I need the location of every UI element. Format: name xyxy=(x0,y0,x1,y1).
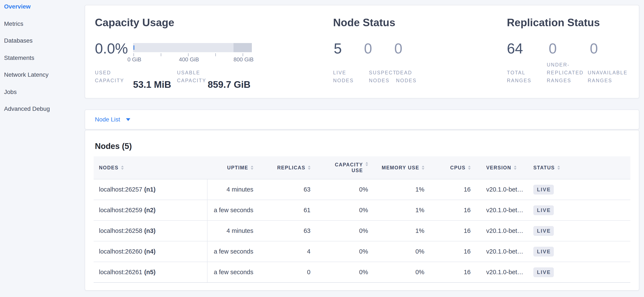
node-list-dropdown-label: Node List xyxy=(95,116,120,123)
sort-arrows-icon xyxy=(514,166,516,170)
table-row[interactable]: localhost:26261(n5) a few seconds 0 0% 0… xyxy=(94,262,630,283)
axis-tick xyxy=(188,53,188,56)
status-badge: LIVE xyxy=(533,226,554,236)
total-ranges-label: TOTALRANGES xyxy=(507,69,532,85)
status-badge: LIVE xyxy=(533,205,554,215)
sidebar-item-overview[interactable]: Overview xyxy=(4,3,31,10)
status-cell: LIVE xyxy=(532,241,630,262)
sidebar-item-network-latency[interactable]: Network Latency xyxy=(4,71,48,78)
sidebar-item-databases[interactable]: Databases xyxy=(4,37,33,44)
nodes-table: NODES UPTIME REPLICAS CAPACITY USE xyxy=(94,156,630,283)
replicas-cell: 63 xyxy=(253,179,310,200)
view-selector-card: Node List xyxy=(85,109,639,130)
usable-capacity-value: 859.7 GiB xyxy=(208,79,250,90)
cpus-cell: 16 xyxy=(424,221,471,241)
caret-down-icon xyxy=(126,118,130,121)
sort-arrows-icon xyxy=(308,166,310,170)
uptime-cell: 4 minutes xyxy=(208,221,253,241)
axis-label-0gib: 0 GiB xyxy=(127,56,141,63)
uptime-cell: a few seconds xyxy=(208,241,253,262)
capacity-use-cell: 0% xyxy=(310,241,368,262)
memory-use-cell: 1% xyxy=(368,221,424,241)
column-header-version[interactable]: VERSION xyxy=(471,156,532,179)
unavailable-ranges-label: UNAVAILABLERANGES xyxy=(588,69,628,85)
node-address-cell: localhost:26257(n1) xyxy=(94,179,208,200)
status-cell: LIVE xyxy=(532,179,630,200)
capacity-used-percent: 0.0% xyxy=(95,39,128,58)
column-header-memory-use[interactable]: MEMORY USE xyxy=(368,156,424,179)
sidebar-item-jobs[interactable]: Jobs xyxy=(4,89,17,95)
table-row[interactable]: localhost:26257(n1) 4 minutes 63 0% 1% 1… xyxy=(94,179,630,200)
cluster-summary-card: Capacity Usage 0.0% 0 GiB 400 GiB 800 Gi… xyxy=(85,5,639,98)
unavailable-ranges-count: 0 xyxy=(590,39,598,58)
sidebar-item-advanced-debug[interactable]: Advanced Debug xyxy=(4,105,50,112)
status-badge: LIVE xyxy=(533,247,554,257)
under-replicated-ranges-label: UNDER-REPLICATEDRANGES xyxy=(547,61,584,85)
node-address-cell: localhost:26258(n3) xyxy=(94,221,208,241)
column-header-cpus[interactable]: CPUS xyxy=(424,156,471,179)
status-cell: LIVE xyxy=(532,200,630,220)
node-address-cell: localhost:26260(n4) xyxy=(94,241,208,262)
table-row[interactable]: localhost:26258(n3) 4 minutes 63 0% 1% 1… xyxy=(94,221,630,241)
uptime-cell: 4 minutes xyxy=(208,179,253,200)
node-address-cell: localhost:26261(n5) xyxy=(94,262,208,282)
node-status-title: Node Status xyxy=(333,16,395,29)
capacity-use-cell: 0% xyxy=(310,200,368,220)
cpus-cell: 16 xyxy=(424,200,471,220)
under-replicated-ranges-count: 0 xyxy=(549,39,557,58)
sort-arrows-icon xyxy=(251,166,253,170)
axis-tick xyxy=(134,53,134,56)
sort-arrows-icon xyxy=(366,162,368,166)
replicas-cell: 4 xyxy=(253,241,310,262)
status-badge: LIVE xyxy=(533,185,554,195)
capacity-use-cell: 0% xyxy=(310,221,368,241)
memory-use-cell: 0% xyxy=(368,241,424,262)
column-header-capacity-use[interactable]: CAPACITY USE xyxy=(310,156,368,179)
nodes-table-card: Nodes (5) NODES UPTIME REPLICAS xyxy=(85,130,639,291)
suspect-nodes-label: SUSPECTNODES xyxy=(369,69,397,85)
uptime-cell: a few seconds xyxy=(208,200,253,220)
nodes-table-title: Nodes (5) xyxy=(95,141,132,151)
sidebar-item-statements[interactable]: Statements xyxy=(4,54,34,61)
usable-capacity-label: USABLECAPACITY xyxy=(177,69,206,85)
capacity-use-cell: 0% xyxy=(310,262,368,282)
version-cell: v20.1.0-bet… xyxy=(471,179,532,200)
capacity-use-cell: 0% xyxy=(310,179,368,200)
column-header-replicas[interactable]: REPLICAS xyxy=(253,156,310,179)
capacity-usage-title: Capacity Usage xyxy=(95,16,174,29)
status-cell: LIVE xyxy=(532,262,630,282)
dead-nodes-label: DEADNODES xyxy=(396,69,417,85)
memory-use-cell: 1% xyxy=(368,179,424,200)
axis-label-800gib: 800 GiB xyxy=(234,56,254,63)
sidebar: Overview Metrics Databases Statements Ne… xyxy=(0,0,85,297)
version-cell: v20.1.0-bet… xyxy=(471,241,532,262)
cpus-cell: 16 xyxy=(424,241,471,262)
cpus-cell: 16 xyxy=(424,179,471,200)
version-cell: v20.1.0-bet… xyxy=(471,221,532,241)
replicas-cell: 61 xyxy=(253,200,310,220)
table-header-row: NODES UPTIME REPLICAS CAPACITY USE xyxy=(94,156,630,179)
column-header-nodes[interactable]: NODES xyxy=(94,156,208,179)
capacity-gauge-used-marker xyxy=(134,45,134,50)
status-cell: LIVE xyxy=(532,221,630,241)
version-cell: v20.1.0-bet… xyxy=(471,262,532,282)
sort-arrows-icon xyxy=(121,166,124,170)
replication-status-title: Replication Status xyxy=(507,16,600,29)
table-row[interactable]: localhost:26259(n2) a few seconds 61 0% … xyxy=(94,200,630,221)
sidebar-item-metrics[interactable]: Metrics xyxy=(4,20,23,27)
live-nodes-label: LIVENODES xyxy=(333,69,354,85)
used-capacity-value: 53.1 MiB xyxy=(133,79,171,90)
suspect-nodes-count: 0 xyxy=(364,39,372,58)
used-capacity-label: USEDCAPACITY xyxy=(95,69,124,85)
column-header-uptime[interactable]: UPTIME xyxy=(208,156,253,179)
capacity-gauge-other-segment xyxy=(234,43,252,52)
uptime-cell: a few seconds xyxy=(208,262,253,282)
memory-use-cell: 1% xyxy=(368,200,424,220)
axis-tick xyxy=(243,53,243,56)
dead-nodes-count: 0 xyxy=(394,39,402,58)
column-header-status[interactable]: STATUS xyxy=(532,156,630,179)
cluster-overview-page: Overview Metrics Databases Statements Ne… xyxy=(0,0,644,297)
node-list-dropdown[interactable]: Node List xyxy=(95,110,130,129)
table-row[interactable]: localhost:26260(n4) a few seconds 4 0% 0… xyxy=(94,241,630,262)
replicas-cell: 63 xyxy=(253,221,310,241)
